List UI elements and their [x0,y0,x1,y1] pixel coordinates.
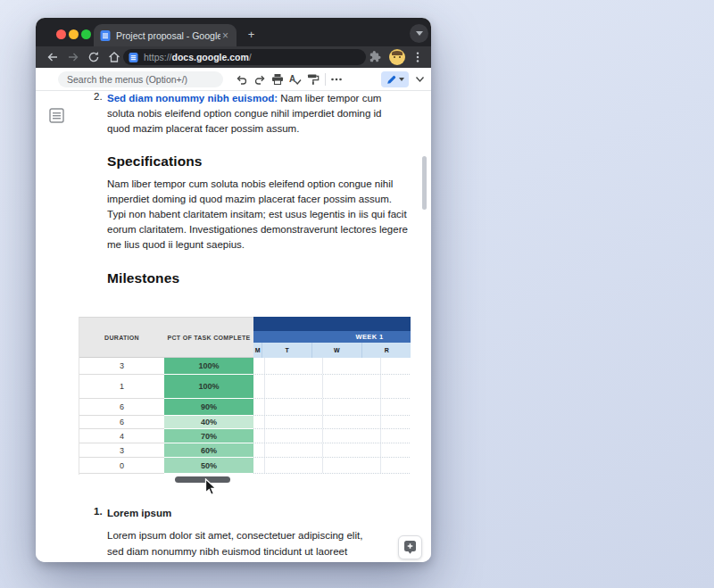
document-canvas[interactable]: 2. Sed diam nonummy nibh euismod: Nam li… [36,91,431,562]
specifications-paragraph: Nam liber tempor cum soluta nobis eleife… [107,177,412,253]
gantt-cell[interactable] [253,458,411,474]
tab-close-icon[interactable]: × [220,30,230,41]
table-row: 6 40% [79,416,411,429]
more-options-icon[interactable] [330,73,343,86]
back-icon[interactable] [46,50,60,64]
table-row: 1 100% [79,375,411,399]
milestones-heading: Milestones [107,270,179,286]
list-item-1-title: Lorem ipsum [107,506,171,521]
browser-menu-icon[interactable] [411,50,424,64]
pct-cell[interactable]: 100% [164,358,253,375]
specifications-heading: Specifications [107,153,203,170]
table-row: 3 60% [79,443,411,458]
gantt-cell[interactable] [253,443,411,458]
forward-icon[interactable] [66,50,80,64]
list-item-1-paragraph: Lorem ipsum dolor sit amet, consectetuer… [107,527,377,562]
document-outline-icon[interactable] [49,108,64,123]
zoom-window-button[interactable] [81,29,91,39]
chevron-down-icon [416,31,423,36]
browser-window: Project proposal - Google Doc × + https:… [36,18,431,562]
gantt-cell[interactable] [253,399,411,416]
gantt-cell[interactable] [253,429,411,443]
pct-header: PCT OF TASK COMPLETE [164,335,253,341]
pencil-icon [386,75,396,85]
comment-plus-icon [403,540,417,555]
tab-title: Project proposal - Google Doc [116,30,220,41]
duration-cell[interactable]: 3 [79,358,164,375]
docs-favicon [129,53,138,62]
mouse-cursor [204,478,218,496]
new-tab-button[interactable]: + [244,28,259,43]
editing-mode-button[interactable] [381,71,409,87]
day-header-r: R [362,343,411,358]
address-bar: https://docs.google.com/ [36,46,431,68]
add-comment-button[interactable] [398,535,422,559]
redo-icon[interactable] [253,73,266,86]
pct-cell[interactable]: 60% [164,443,253,458]
duration-cell[interactable]: 1 [79,375,164,399]
gantt-cell[interactable] [253,375,411,399]
table-rows: 3 100% 1 100% 6 90% 6 40% [79,358,411,474]
table-row: 0 50% [79,458,411,474]
milestones-table[interactable]: DURATION PCT OF TASK COMPLETE WEEK 1 M T… [79,317,411,475]
browser-tab[interactable]: Project proposal - Google Doc × [94,24,237,46]
url-text: https://docs.google.com/ [144,52,252,62]
undo-icon[interactable] [236,73,248,86]
chevron-down-icon [399,78,404,81]
reload-icon[interactable] [87,50,101,64]
page-vertical-scrollbar[interactable] [422,156,427,210]
day-header-band: M T W R [253,343,411,358]
gantt-cell[interactable] [253,416,411,429]
table-row: 4 70% [79,429,411,443]
print-icon[interactable] [271,73,284,86]
close-window-button[interactable] [56,29,66,39]
day-header-w: W [312,343,362,358]
gantt-cell[interactable] [253,358,411,375]
week-1-label: WEEK 1 [303,331,411,343]
duration-cell[interactable]: 4 [79,429,164,443]
table-horizontal-scrollbar[interactable] [175,476,230,483]
pct-cell[interactable]: 70% [164,429,253,443]
extensions-icon[interactable] [369,51,381,62]
toolbar-divider [325,73,326,86]
minimize-window-button[interactable] [69,29,79,39]
duration-header: DURATION [79,335,164,341]
list-item-2-lead: Sed diam nonummy nibh euismod: [107,93,278,104]
table-header-left: DURATION PCT OF TASK COMPLETE [79,317,253,358]
duration-cell[interactable]: 6 [79,416,164,429]
week-band: WEEK 1 [253,331,411,343]
paint-format-icon[interactable] [307,73,320,86]
docs-favicon [100,30,111,41]
pct-cell[interactable]: 90% [164,399,253,416]
duration-cell[interactable]: 3 [79,443,164,458]
tab-search-button[interactable] [410,24,428,43]
tab-strip: Project proposal - Google Doc × + [36,18,431,46]
duration-cell[interactable]: 0 [79,458,164,474]
list-item-2: Sed diam nonummy nibh euismod: Nam liber… [107,91,405,137]
day-header-m: M [253,343,262,358]
table-title-band [253,317,411,331]
spellcheck-icon[interactable]: A [289,73,302,86]
home-icon[interactable] [107,50,121,64]
profile-avatar[interactable] [389,49,405,65]
day-header-t: T [262,343,312,358]
menu-search-input[interactable] [58,71,223,87]
svg-text:A: A [289,74,295,84]
list-number: 2. [94,91,106,102]
url-field[interactable]: https://docs.google.com/ [123,49,366,65]
pct-cell[interactable]: 40% [164,416,253,429]
list-number: 1. [94,506,106,517]
hide-menus-icon[interactable] [415,76,425,83]
docs-toolbar: A [36,68,431,91]
pct-cell[interactable]: 100% [164,375,253,399]
duration-cell[interactable]: 6 [79,399,164,416]
table-row: 3 100% [79,358,411,375]
pct-cell[interactable]: 50% [164,458,253,474]
table-row: 6 90% [79,399,411,416]
